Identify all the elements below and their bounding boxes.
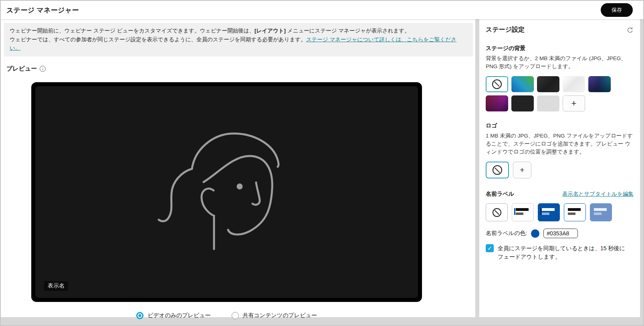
background-description: 背景を選択するか、2 MB 未満のファイル (JPG、JPEG、PNG 形式) … — [486, 55, 634, 71]
prohibited-icon — [493, 208, 501, 217]
bg-swatch-green-blue[interactable] — [511, 76, 534, 92]
bg-swatch-dark-wave[interactable] — [537, 76, 559, 92]
logo-none-button[interactable] — [486, 162, 509, 178]
display-name-chip[interactable]: 表示名 — [44, 281, 68, 291]
banner-layout-bold: [レイアウト] — [254, 28, 286, 34]
stage-preview: 表示名 — [31, 82, 422, 302]
reset-icon[interactable] — [626, 26, 634, 34]
logo-description: 1 MB 未満の JPG、JPEG、PNG ファイルをアップロードすることで、ス… — [486, 132, 634, 156]
logo-options: + — [486, 162, 634, 178]
radio-video-only[interactable]: ビデオのみのプレビュー — [136, 312, 210, 319]
prohibited-icon — [492, 79, 502, 89]
background-swatch-grid: + — [486, 76, 618, 111]
radio-selected-icon[interactable] — [136, 312, 143, 319]
banner-line1-after: メニューにステージ マネージャが表示されます。 — [286, 28, 410, 34]
radio-unselected-icon[interactable] — [232, 312, 239, 319]
name-label-style-options — [486, 203, 634, 221]
banner-line1: ウェビナー開始前に、ウェビナー ステージ ビューをカスタマイズできます。ウェビナ… — [10, 28, 254, 34]
name-label-none[interactable] — [486, 203, 508, 221]
add-logo-button[interactable]: + — [513, 162, 531, 178]
radio-shared-content[interactable]: 共有コンテンツのプレビュー — [232, 312, 317, 319]
avatar-placeholder-illustration — [147, 122, 307, 262]
stage-preview-inner: 表示名 — [35, 86, 418, 298]
bg-swatch-light-wave[interactable] — [563, 76, 585, 92]
name-label-black-selected[interactable] — [564, 203, 586, 221]
info-icon[interactable]: i — [40, 66, 46, 72]
preview-mode-radio-group: ビデオのみのプレビュー 共有コンテンツのプレビュー — [31, 312, 422, 319]
page-title: ステージ マネージャー — [6, 6, 79, 15]
banner-line2: ウェビナーでは、すべての参加者が同じステージ設定を表示できるように、全員のステー… — [10, 36, 306, 43]
header: ステージ マネージャー 保存 — [1, 1, 643, 19]
bg-swatch-black[interactable] — [511, 95, 534, 111]
name-label-translucent[interactable] — [590, 203, 612, 221]
color-hex-input[interactable] — [543, 229, 578, 238]
bg-swatch-light-gray[interactable] — [537, 95, 559, 111]
save-button[interactable]: 保存 — [601, 3, 633, 17]
info-banner: ウェビナー開始前に、ウェビナー ステージ ビューをカスタマイズできます。ウェビナ… — [4, 23, 473, 57]
radio-video-only-label: ビデオのみのプレビュー — [147, 312, 210, 319]
sync-fadeout-checkbox[interactable]: ✓ — [486, 244, 494, 252]
logo-heading: ロゴ — [486, 122, 634, 130]
stage-manager-window: ステージ マネージャー 保存 ウェビナー開始前に、ウェビナー ステージ ビューを… — [0, 0, 644, 326]
color-swatch-dot[interactable] — [531, 229, 539, 238]
main-panel: ウェビナー開始前に、ウェビナー ステージ ビューをカスタマイズできます。ウェビナ… — [1, 19, 475, 317]
bg-swatch-magenta-purple[interactable] — [486, 95, 508, 111]
name-label-light-accent[interactable] — [512, 203, 534, 221]
name-label-heading: 名前ラベル — [486, 190, 514, 198]
bg-swatch-none[interactable] — [486, 76, 508, 92]
settings-title: ステージ設定 — [486, 26, 525, 34]
preview-title: プレビュー — [6, 65, 37, 73]
stage-settings-panel: ステージ設定 ステージの背景 背景を選択するか、2 MB 未満のファイル (JP… — [479, 19, 640, 317]
radio-shared-content-label: 共有コンテンツのプレビュー — [243, 312, 317, 319]
prohibited-icon — [493, 165, 502, 175]
name-label-color-label: 名前ラベルの色: — [486, 230, 527, 237]
bg-swatch-purple-teal[interactable] — [588, 76, 611, 92]
background-heading: ステージの背景 — [486, 45, 634, 52]
name-label-blue[interactable] — [538, 203, 560, 221]
sync-fadeout-label: 全員にステージを同期しているときは、15 秒後にフェードアウトします。 — [498, 244, 630, 261]
edit-display-name-link[interactable]: 表示名とサブタイトルを編集 — [562, 190, 634, 198]
add-background-button[interactable]: + — [563, 95, 585, 111]
panel-divider — [475, 19, 479, 317]
